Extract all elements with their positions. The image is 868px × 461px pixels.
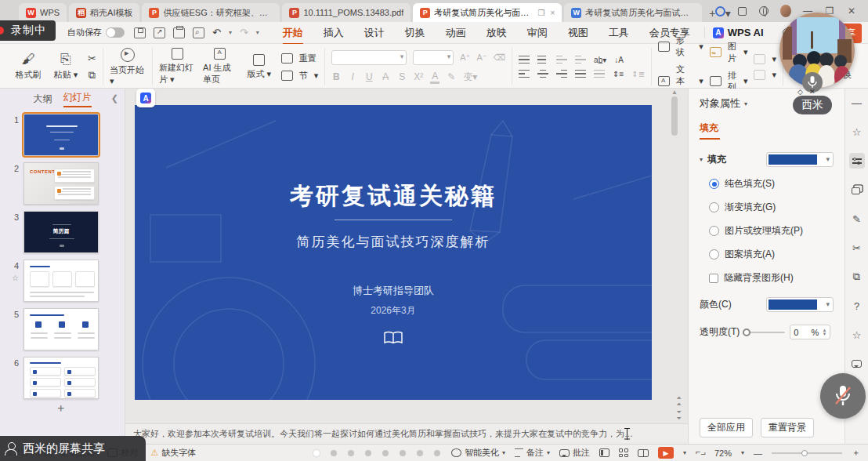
align-right-icon[interactable]	[556, 70, 567, 78]
fill-color-dropdown[interactable]	[766, 152, 834, 167]
quick-tools-icon[interactable]: ✂	[849, 240, 865, 256]
message-center-icon[interactable]	[714, 5, 725, 16]
design-tools-icon[interactable]: ✎	[849, 211, 865, 227]
font-name-combo[interactable]	[331, 50, 407, 65]
thumbnail-image-2[interactable]: CONTENTS	[24, 162, 99, 205]
decrease-font-icon[interactable]: A⁻	[476, 53, 486, 63]
notes-bar[interactable]: 大家好，欢迎参加本次考研复试培训。今天我们将一起探讨如何通过美化简历和掌握面试技…	[125, 423, 688, 444]
star-icon[interactable]: ☆	[849, 124, 865, 140]
decrease-indent-icon[interactable]	[556, 56, 567, 64]
superscript-button[interactable]: X²	[414, 71, 423, 82]
reading-view-icon[interactable]	[638, 449, 649, 457]
slideshow-play-button[interactable]: ▶	[658, 447, 674, 459]
scrollbar-thumb[interactable]	[671, 96, 678, 136]
layout-button[interactable]: 版式 ▾	[244, 54, 275, 80]
zoom-in-button[interactable]: ＋	[852, 447, 860, 459]
distribute-icon[interactable]	[594, 70, 605, 78]
section-button[interactable]: 节 ▾	[281, 70, 319, 82]
slide-date[interactable]: 2026年3月	[135, 304, 652, 318]
tab-wps-home[interactable]: W WPS	[19, 3, 67, 22]
autosave-control[interactable]: 自动保存	[67, 27, 125, 38]
zoom-level[interactable]: 72%	[714, 448, 732, 458]
account-avatar[interactable]	[780, 5, 791, 16]
favorite-star-icon[interactable]: ☆	[5, 274, 19, 282]
text-direction-icon[interactable]: ab̲▾	[594, 56, 606, 64]
wps-ai-float-icon[interactable]: A	[136, 89, 155, 107]
font-size-combo[interactable]	[413, 50, 454, 65]
fullscreen-icon[interactable]	[696, 448, 705, 458]
apply-all-button[interactable]: 全部应用	[700, 418, 753, 437]
zoom-out-button[interactable]: —	[754, 448, 762, 458]
print-icon[interactable]	[173, 27, 185, 38]
layout-pane-icon[interactable]: ⧉	[849, 269, 865, 285]
numbered-list-icon[interactable]	[537, 56, 548, 64]
clear-format-icon[interactable]: ⌫	[494, 53, 506, 63]
undo-dropdown[interactable]: ▾	[229, 29, 232, 36]
notes-button[interactable]: 备注▾	[515, 447, 550, 459]
underline-button[interactable]: U	[364, 71, 374, 82]
highlight-button[interactable]: ✎	[447, 71, 456, 82]
picture-button[interactable]: 图片 ▾	[710, 41, 748, 64]
transparency-slider[interactable]	[744, 332, 785, 333]
tab-current-ppt[interactable]: P 考研复试简历美化与面试技巧培训 ❐ ×	[413, 3, 562, 22]
transparency-input[interactable]: 0 % ▲▼	[790, 325, 830, 339]
next-slide-button[interactable]: ⏷⏷	[677, 409, 682, 422]
play-dropdown-icon[interactable]: ▾	[683, 449, 686, 456]
object-properties-icon[interactable]	[849, 153, 865, 169]
play-from-current-button[interactable]: 当页开始 ▾	[110, 48, 146, 86]
outline-tab[interactable]: 大纲	[34, 93, 52, 106]
wps-ai-button[interactable]: A WPS AI	[704, 27, 772, 38]
save-icon[interactable]	[134, 27, 146, 38]
justify-icon[interactable]	[575, 70, 586, 78]
speaker-notes[interactable]: 大家好，欢迎参加本次考研复试培训。今天我们将一起探讨如何通过美化简历和掌握面试技…	[133, 428, 635, 440]
thumbnail-image-3[interactable]: 简历篇	[24, 211, 99, 253]
slide-thumbnail-1[interactable]: 1	[5, 114, 118, 156]
redo-icon[interactable]: ↷	[240, 27, 248, 38]
thumbnail-image-6[interactable]	[24, 357, 99, 399]
globe-icon[interactable]	[758, 5, 769, 16]
undo-icon[interactable]: ↶	[212, 27, 221, 38]
bullet-list-icon[interactable]	[519, 56, 530, 64]
slide-thumbnail-5[interactable]: 5	[5, 308, 118, 350]
menu-tools[interactable]: 工具	[599, 23, 638, 43]
vertical-text-icon[interactable]: ↓A	[614, 56, 624, 64]
smart-beautify-button[interactable]: 智能美化▾	[451, 447, 505, 459]
pattern-fill-option[interactable]: 图案填充(A)	[709, 248, 844, 261]
section-collapse-icon[interactable]: ▾	[700, 156, 703, 163]
comments-button[interactable]: 批注	[559, 447, 590, 459]
normal-view-icon[interactable]	[599, 448, 609, 457]
strikethrough-button[interactable]: A	[381, 71, 390, 82]
reset-background-button[interactable]: 重置背景	[761, 418, 814, 437]
tab-poms-pdf[interactable]: P 10.1111_POMS.13483.pdf	[282, 3, 410, 22]
menu-view[interactable]: 视图	[559, 23, 598, 43]
missing-font-warning[interactable]: ⚠ 缺失字体	[150, 447, 196, 459]
hide-background-checkbox[interactable]: 隐藏背景图形(H)	[709, 271, 844, 285]
vertical-scrollbar[interactable]: ▲	[671, 90, 678, 404]
close-button[interactable]: ✕	[846, 5, 857, 16]
slide-thumbnail-4[interactable]: 4☆	[5, 260, 118, 302]
menu-transition[interactable]: 切换	[396, 23, 435, 43]
increase-font-icon[interactable]: A⁺	[460, 53, 470, 63]
color-picker-dropdown[interactable]	[766, 297, 834, 312]
fill-tab[interactable]: 填充	[700, 122, 720, 140]
shadow-button[interactable]: S	[397, 71, 407, 82]
tab-docer-templates[interactable]: 稻 稻壳AI模板	[69, 3, 139, 22]
print-preview-icon[interactable]	[193, 27, 204, 38]
reset-button[interactable]: 重置	[281, 53, 319, 64]
ai-generate-page-button[interactable]: AI 生成单页	[203, 48, 237, 85]
line-spacing-icon[interactable]: ⇕≡	[613, 70, 624, 78]
gradient-fill-option[interactable]: 渐变填充(G)	[709, 201, 844, 214]
prev-slide-button[interactable]: ⏶⏶	[677, 395, 682, 408]
font-color-button[interactable]: A	[430, 71, 439, 84]
workspace-icon[interactable]	[736, 5, 747, 16]
slides-tab[interactable]: 幻灯片	[63, 91, 92, 107]
thumbnail-image-5[interactable]	[24, 308, 99, 350]
slide-thumbnail-3[interactable]: 3 简历篇	[5, 211, 118, 253]
menu-insert[interactable]: 插入	[314, 23, 353, 43]
zoom-dropdown-icon[interactable]: ▾	[741, 449, 744, 456]
slide-thumbnail-2[interactable]: 2 CONTENTS	[5, 162, 118, 205]
autosave-toggle[interactable]	[106, 27, 125, 38]
cut-icon[interactable]: ✂	[88, 53, 96, 64]
shape-button[interactable]: 形状 ▾	[658, 34, 703, 58]
menu-slideshow[interactable]: 放映	[477, 23, 516, 43]
